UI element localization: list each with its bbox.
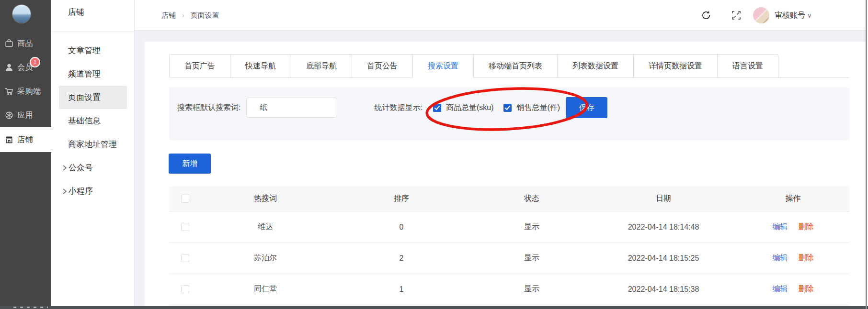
save-button[interactable]: 保存: [566, 97, 607, 118]
cell-date: 2022-04-14 18:14:48: [590, 211, 737, 243]
sidebar-item-label: 商品: [17, 39, 33, 49]
submenu-item-merchant-address[interactable]: 商家地址管理: [51, 132, 134, 156]
admin-page: 商品 会员 1 采购端 应用: [0, 0, 868, 309]
option-sales-total[interactable]: 销售总量(件): [503, 103, 560, 113]
column-header-date: 日期: [590, 186, 737, 211]
submenu-item-articles[interactable]: 文章管理: [51, 39, 134, 62]
tab-home-notice[interactable]: 首页公告: [352, 54, 412, 78]
cell-status: 显示: [473, 243, 590, 274]
submenu-item-label: 频道管理: [68, 68, 101, 79]
chevron-down-icon: ∨: [807, 12, 812, 19]
hot-search-table: 热搜词 排序 状态 日期 操作 维达 0 显示 2022-04-14 18:14…: [169, 186, 849, 305]
checkbox-checked-icon[interactable]: [503, 104, 512, 112]
workspace-avatar[interactable]: [12, 5, 31, 23]
submenu-item-label: 小程序: [69, 186, 93, 197]
cell-date: 2022-04-14 18:15:25: [590, 243, 737, 274]
cell-status: 显示: [473, 211, 590, 243]
sidebar-item-label: 店铺: [17, 135, 33, 145]
content-card: 首页广告 快速导航 底部导航 首页公告 搜索设置 移动端首页列表 列表数据设置 …: [145, 42, 866, 309]
breadcrumb-item-shop[interactable]: 店铺: [161, 11, 176, 20]
cell-sort: 2: [330, 243, 473, 274]
apps-wheel-icon: [4, 110, 14, 120]
top-bar: 店铺 › 页面设置 审核账号 ∨: [135, 0, 866, 31]
user-name: 审核账号: [775, 11, 805, 21]
cell-date: 2022-04-14 18:15:38: [590, 274, 737, 305]
refresh-icon[interactable]: [701, 10, 711, 21]
submenu-item-channels[interactable]: 频道管理: [51, 62, 134, 86]
submenu-item-label: 商家地址管理: [68, 139, 117, 150]
row-checkbox[interactable]: [181, 285, 189, 293]
goods-bag-icon: [4, 39, 14, 48]
tab-quick-nav[interactable]: 快速导航: [230, 54, 291, 78]
purchase-cart-icon: [4, 87, 14, 96]
cell-keyword: 维达: [201, 211, 330, 243]
breadcrumb: 店铺 › 页面设置: [161, 0, 219, 31]
primary-sidebar: 商品 会员 1 采购端 应用: [0, 0, 51, 309]
submenu-item-basic-info[interactable]: 基础信息: [51, 109, 134, 132]
cell-sort: 1: [330, 274, 473, 305]
cell-status: 显示: [473, 274, 590, 305]
tab-search-settings[interactable]: 搜索设置: [412, 54, 473, 78]
member-person-icon: [4, 63, 14, 72]
breadcrumb-separator-icon: ›: [182, 11, 184, 19]
sidebar-item-label: 应用: [17, 110, 33, 121]
sidebar-item-shop[interactable]: 店铺: [0, 127, 51, 152]
submenu-item-label: 基础信息: [68, 115, 101, 126]
cell-sort: 0: [330, 211, 473, 243]
user-avatar[interactable]: [753, 7, 769, 23]
bottom-strip-marks: [13, 307, 48, 308]
stats-display-label: 统计数据显示:: [374, 103, 422, 113]
edit-link[interactable]: 编辑: [773, 254, 788, 262]
secondary-sidebar: 店铺 文章管理 频道管理 页面设置 基础信息 商家地址管理 公众号 小程序: [51, 0, 135, 309]
delete-link[interactable]: 删除: [799, 285, 814, 293]
row-checkbox[interactable]: [181, 223, 189, 231]
tab-detail-data-settings[interactable]: 详情页数据设置: [633, 54, 717, 78]
tab-language-settings[interactable]: 语言设置: [717, 54, 778, 78]
sidebar-item-label: 采购端: [17, 87, 41, 97]
option-label: 商品总量(sku): [446, 103, 494, 113]
user-menu[interactable]: 审核账号 ∨: [775, 11, 812, 21]
chevron-right-icon: [61, 165, 68, 171]
tab-list-data-settings[interactable]: 列表数据设置: [557, 54, 633, 78]
sidebar-item-members[interactable]: 会员 1: [0, 55, 51, 79]
breadcrumb-item-page-settings: 页面设置: [191, 11, 219, 20]
row-checkbox[interactable]: [181, 254, 189, 262]
column-header-sort: 排序: [330, 186, 473, 211]
add-button[interactable]: 新增: [169, 154, 211, 174]
table-header-row: 热搜词 排序 状态 日期 操作: [169, 186, 849, 211]
window-scrollbar[interactable]: [866, 0, 867, 309]
default-keyword-input[interactable]: [246, 98, 337, 118]
edit-link[interactable]: 编辑: [773, 285, 788, 293]
tab-footer-nav[interactable]: 底部导航: [291, 54, 352, 78]
chevron-right-icon: [61, 188, 68, 195]
search-settings-panel: 搜索框默认搜索词: 统计数据显示: 商品总量(sku) 销售总量(件) 保存: [169, 88, 849, 140]
bottom-window-strip: [0, 306, 868, 309]
option-sku-total[interactable]: 商品总量(sku): [433, 103, 494, 113]
tab-home-ads[interactable]: 首页广告: [169, 54, 230, 78]
primary-menu: 商品 会员 1 采购端 应用: [0, 32, 51, 152]
topbar-controls: 审核账号 ∨: [701, 0, 812, 31]
sidebar-item-apps[interactable]: 应用: [0, 103, 51, 127]
delete-link[interactable]: 删除: [799, 222, 814, 231]
column-header-actions: 操作: [737, 186, 849, 211]
sidebar-item-goods[interactable]: 商品: [0, 32, 51, 55]
submenu-item-official-account[interactable]: 公众号: [51, 156, 134, 179]
tab-mobile-home-list[interactable]: 移动端首页列表: [473, 54, 557, 78]
table-row: 同仁堂 1 显示 2022-04-14 18:15:38 编辑删除: [169, 274, 849, 305]
cell-keyword: 同仁堂: [201, 274, 330, 305]
cell-keyword: 苏泊尔: [201, 243, 330, 274]
fullscreen-icon[interactable]: [731, 10, 742, 21]
column-header-status: 状态: [473, 186, 590, 211]
submenu-item-mini-program[interactable]: 小程序: [51, 179, 134, 203]
settings-tabs: 首页广告 快速导航 底部导航 首页公告 搜索设置 移动端首页列表 列表数据设置 …: [169, 54, 849, 78]
select-all-checkbox[interactable]: [181, 195, 189, 203]
sidebar-item-purchase[interactable]: 采购端: [0, 79, 51, 103]
submenu-item-label: 文章管理: [68, 45, 101, 56]
checkbox-checked-icon[interactable]: [433, 104, 441, 112]
option-label: 销售总量(件): [516, 103, 560, 113]
submenu-item-page-settings[interactable]: 页面设置: [59, 86, 127, 109]
submenu-item-label: 公众号: [69, 162, 93, 173]
edit-link[interactable]: 编辑: [773, 222, 788, 231]
secondary-menu: 文章管理 频道管理 页面设置 基础信息 商家地址管理 公众号 小程序: [51, 39, 134, 203]
delete-link[interactable]: 删除: [799, 254, 814, 262]
